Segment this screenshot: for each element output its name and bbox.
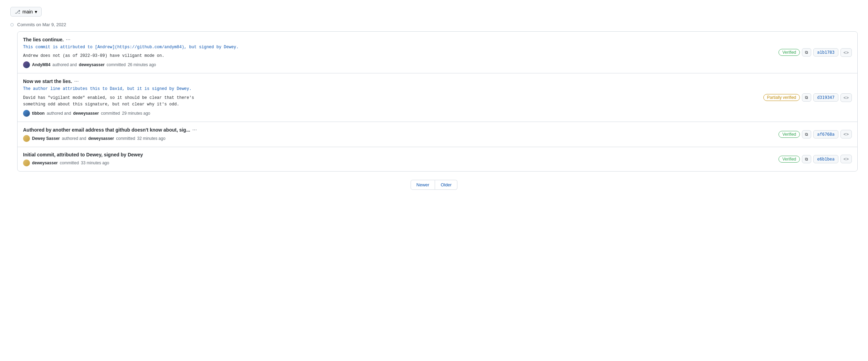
commit-title[interactable]: Authored by another email address that g… — [23, 127, 190, 133]
commit-title-row: The lies continue. ··· — [23, 37, 774, 43]
commit-row: Authored by another email address that g… — [18, 122, 857, 147]
verified-badge[interactable]: Verified — [779, 131, 800, 138]
older-button[interactable]: Older — [435, 180, 457, 190]
commit-authored-label: authored and — [52, 62, 77, 67]
commits-container: The lies continue. ··· This commit is at… — [17, 31, 858, 172]
timeline-dot — [10, 23, 14, 27]
commit-author[interactable]: deweysasser — [32, 161, 58, 165]
branch-dropdown-icon: ▾ — [35, 9, 37, 14]
browse-repo-button[interactable]: <> — [840, 155, 852, 163]
partially-verified-badge[interactable]: Partially verified — [763, 94, 800, 101]
commit-authored-label: authored and — [62, 136, 86, 141]
commit-title-row: Authored by another email address that g… — [23, 127, 774, 133]
commit-meta: tibbon authored and deweysasser committe… — [23, 110, 759, 117]
commit-meta: AndyM84 authored and deweysasser committ… — [23, 61, 774, 68]
commit-row: Now we start the lies. ··· The author li… — [18, 73, 857, 122]
commit-dots[interactable]: ··· — [192, 127, 197, 133]
avatar — [23, 110, 30, 117]
commit-title-row: Initial commit, attributed to Dewey, sig… — [23, 152, 774, 157]
browse-repo-button[interactable]: <> — [840, 48, 852, 57]
copy-icon: ⧉ — [805, 132, 808, 137]
commit-description-colored: The author line attributes this to David… — [23, 86, 759, 92]
commit-hash-button[interactable]: a1b1783 — [813, 48, 838, 56]
commit-committer[interactable]: deweysasser — [79, 62, 105, 67]
copy-sha-button[interactable]: ⧉ — [802, 48, 811, 56]
commit-author[interactable]: Dewey Sasser — [32, 136, 60, 141]
commit-title-row: Now we start the lies. ··· — [23, 78, 759, 84]
verified-badge[interactable]: Verified — [779, 156, 800, 163]
commit-actions: Verified ⧉ e6b1bea <> — [779, 155, 852, 163]
commit-row: The lies continue. ··· This commit is at… — [18, 32, 857, 73]
code-icon: <> — [844, 132, 849, 137]
commit-hash-button[interactable]: af6768a — [813, 130, 838, 138]
commit-meta: deweysasser committed 33 minutes ago — [23, 159, 774, 166]
copy-sha-button[interactable]: ⧉ — [802, 130, 811, 138]
commit-title[interactable]: Now we start the lies. — [23, 79, 72, 84]
browse-repo-button[interactable]: <> — [840, 93, 852, 102]
commit-committed-label: committed — [60, 161, 79, 165]
avatar — [23, 159, 30, 166]
branch-icon: ⎇ — [15, 9, 20, 14]
commit-dots[interactable]: ··· — [74, 78, 78, 84]
commit-author[interactable]: tibbon — [32, 111, 45, 116]
commit-info: Initial commit, attributed to Dewey, sig… — [23, 152, 774, 166]
commit-info: Now we start the lies. ··· The author li… — [23, 78, 759, 117]
code-icon: <> — [844, 156, 849, 162]
commit-actions: Verified ⧉ af6768a <> — [779, 130, 852, 138]
copy-icon: ⧉ — [805, 50, 808, 55]
commit-title[interactable]: The lies continue. — [23, 37, 64, 42]
commit-author[interactable]: AndyM84 — [32, 62, 50, 67]
avatar — [23, 61, 30, 68]
branch-selector[interactable]: ⎇ main ▾ — [10, 7, 42, 17]
newer-button[interactable]: Newer — [411, 180, 435, 190]
copy-icon: ⧉ — [805, 157, 808, 162]
commit-committed-label: committed — [107, 62, 126, 67]
browse-repo-button[interactable]: <> — [840, 130, 852, 138]
copy-sha-button[interactable]: ⧉ — [802, 155, 811, 163]
commit-hash-button[interactable]: e6b1bea — [813, 155, 838, 163]
commit-committed-label: committed — [116, 136, 135, 141]
commit-dots[interactable]: ··· — [66, 37, 70, 43]
commits-date-section: Commits on Mar 9, 2022 — [10, 22, 858, 27]
branch-name: main — [22, 9, 33, 14]
commit-info: The lies continue. ··· This commit is at… — [23, 37, 774, 68]
commit-time: 29 minutes ago — [122, 111, 150, 116]
branch-selector-wrapper: ⎇ main ▾ — [10, 7, 858, 22]
commit-committer[interactable]: deweysasser — [73, 111, 99, 116]
commit-description-plain: David has "vigilant mode" enabled, so it… — [23, 95, 759, 108]
copy-sha-button[interactable]: ⧉ — [802, 93, 811, 102]
commit-description-plain: Andrew does not (as of 2022-03-09) have … — [23, 53, 774, 59]
commit-description-colored: This commit is attirbuted to [Andrew](ht… — [23, 44, 774, 51]
commit-title[interactable]: Initial commit, attributed to Dewey, sig… — [23, 152, 143, 157]
commit-time: 26 minutes ago — [128, 62, 156, 67]
code-icon: <> — [844, 95, 849, 100]
commit-actions: Verified ⧉ a1b1783 <> — [779, 48, 852, 57]
commit-committed-label: committed — [101, 111, 120, 116]
commit-actions: Partially verified ⧉ d319347 <> — [763, 93, 852, 102]
copy-icon: ⧉ — [805, 95, 808, 100]
commit-time: 33 minutes ago — [81, 161, 109, 165]
commit-meta: Dewey Sasser authored and deweysasser co… — [23, 135, 774, 142]
verified-badge[interactable]: Verified — [779, 49, 800, 56]
commit-committer[interactable]: deweysasser — [88, 136, 114, 141]
commit-time: 32 minutes ago — [137, 136, 166, 141]
code-icon: <> — [844, 50, 849, 55]
commits-date-heading: Commits on Mar 9, 2022 — [17, 22, 66, 27]
commit-row: Initial commit, attributed to Dewey, sig… — [18, 147, 857, 171]
commit-info: Authored by another email address that g… — [23, 127, 774, 142]
commit-hash-button[interactable]: d319347 — [813, 93, 838, 102]
commit-authored-label: authored and — [47, 111, 71, 116]
pagination: Newer Older — [10, 180, 858, 190]
avatar — [23, 135, 30, 142]
